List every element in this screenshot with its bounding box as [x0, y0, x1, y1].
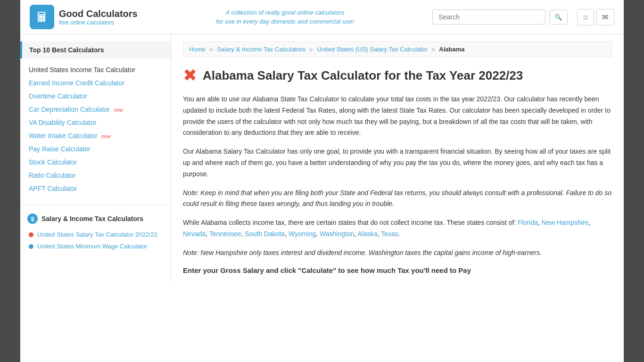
header: 🖩 Good Calculators free online calculato…: [20, 0, 624, 34]
sidebar-link-us-income-tax[interactable]: United States Income Tax Calculator: [29, 66, 135, 74]
breadcrumb-sep2: »: [309, 46, 313, 53]
sidebar-sub-link-us-min-wage[interactable]: United States Minimum Wage Calculator: [37, 243, 148, 250]
sidebar-sub-list: United States Salary Tax Calculator 2022…: [20, 228, 171, 253]
home-icon: ⌂: [583, 13, 588, 21]
sidebar-link-pay-raise[interactable]: Pay Raise Calculator: [29, 145, 91, 153]
main-content: Home » Salary & Income Tax Calculators »…: [171, 34, 624, 281]
breadcrumb-sep1: »: [209, 46, 213, 53]
note-2: Note: New Hampshire only taxes interest …: [183, 247, 612, 259]
logo-area: 🖩 Good Calculators free online calculato…: [30, 5, 138, 29]
paragraph-1: You are able to use our Alabama State Ta…: [183, 94, 612, 139]
x-icon: ✖: [183, 66, 197, 85]
tagline-line1: A collection of really good online calcu…: [147, 8, 423, 17]
sidebar-link-water-intake[interactable]: Water Intake Calculator: [29, 132, 98, 140]
sidebar-link-ratio[interactable]: Ratio Calculator: [29, 172, 76, 179]
tagline-line2: for use in every day domestic and commer…: [147, 17, 423, 26]
salary-icon: $: [27, 214, 38, 224]
tagline: A collection of really good online calcu…: [147, 8, 423, 26]
search-area: 🔍: [432, 9, 568, 25]
badge-new-water: new: [101, 133, 111, 139]
page-title: Alabama Salary Tax Calculator for the Ta…: [203, 68, 523, 83]
list-item: Pay Raise Calculator: [20, 142, 171, 156]
search-button[interactable]: 🔍: [549, 10, 568, 25]
sidebar-top-title: Top 10 Best Calculators: [20, 41, 171, 58]
sidebar-top-list: United States Income Tax Calculator Earn…: [20, 61, 171, 197]
list-item: Overtime Calculator: [20, 90, 171, 103]
link-wyoming[interactable]: Wyoming: [289, 230, 316, 238]
list-item: United States Income Tax Calculator: [20, 63, 171, 76]
sidebar: Top 10 Best Calculators United States In…: [20, 34, 171, 281]
paragraph-2: Our Alabama Salary Tax Calculator has on…: [183, 146, 612, 180]
badge-new: new: [114, 107, 123, 113]
sidebar-link-earned-income[interactable]: Earned Income Credit Calculator: [29, 79, 124, 87]
list-item: Car Depreciation Calculator new: [20, 103, 171, 116]
list-item: Ratio Calculator: [20, 169, 171, 182]
brand-name: Good Calculators: [59, 8, 138, 19]
dot-blue-icon: [29, 244, 33, 249]
link-washington[interactable]: Washington: [320, 230, 354, 238]
brand-sub: free online calculators: [59, 19, 138, 26]
link-alaska[interactable]: Alaska: [357, 230, 377, 238]
section-heading: Enter your Gross Salary and click "Calcu…: [183, 266, 612, 274]
sidebar-link-va-disability[interactable]: VA Disability Calculator: [29, 119, 97, 126]
breadcrumb: Home » Salary & Income Tax Calculators »…: [183, 41, 612, 57]
list-item: United States Salary Tax Calculator 2022…: [20, 229, 171, 240]
sidebar-link-apft[interactable]: APFT Calculator: [29, 185, 77, 192]
link-tennessee[interactable]: Tennessee: [209, 230, 241, 238]
home-button[interactable]: ⌂: [577, 9, 594, 25]
link-nevada[interactable]: Nevada: [183, 230, 206, 238]
sidebar-link-overtime[interactable]: Overtime Calculator: [29, 92, 87, 100]
list-item: Stock Calculator: [20, 156, 171, 169]
logo-icon: 🖩: [30, 5, 54, 29]
sidebar-sub-link-us-salary[interactable]: United States Salary Tax Calculator 2022…: [37, 231, 157, 238]
list-item: Earned Income Credit Calculator: [20, 76, 171, 90]
mail-button[interactable]: ✉: [596, 9, 614, 25]
sidebar-link-stock[interactable]: Stock Calculator: [29, 158, 77, 166]
paragraph-3: While Alabama collects income tax, there…: [183, 217, 612, 240]
dot-red-icon: [29, 232, 33, 237]
paragraph-3-prefix: While Alabama collects income tax, there…: [183, 219, 518, 226]
logo-text: Good Calculators free online calculators: [59, 8, 138, 26]
sidebar-section2-title: $ Salary & Income Tax Calculators: [20, 210, 171, 228]
link-texas[interactable]: Texas: [381, 230, 398, 238]
breadcrumb-sep3: »: [431, 46, 435, 53]
content-area: Top 10 Best Calculators United States In…: [20, 34, 624, 281]
link-florida[interactable]: Florida: [518, 219, 538, 226]
mail-icon: ✉: [602, 13, 608, 21]
list-item: Water Intake Calculator new: [20, 129, 171, 142]
breadcrumb-salary-tax[interactable]: Salary & Income Tax Calculators: [217, 46, 305, 53]
breadcrumb-current: Alabama: [439, 46, 464, 53]
link-new-hampshire[interactable]: New Hampshire: [542, 219, 589, 226]
list-item: VA Disability Calculator: [20, 116, 171, 129]
sidebar-link-car-depreciation[interactable]: Car Depreciation Calculator: [29, 106, 110, 113]
search-input[interactable]: [432, 9, 545, 25]
breadcrumb-home[interactable]: Home: [189, 46, 206, 53]
list-item: APFT Calculator: [20, 182, 171, 195]
note-1: Note: Keep in mind that when you are fil…: [183, 188, 612, 210]
link-south-dakota[interactable]: South Dakota: [245, 230, 285, 238]
header-icons: ⌂ ✉: [577, 9, 614, 25]
sidebar-section2: $ Salary & Income Tax Calculators United…: [20, 205, 171, 253]
list-item: United States Minimum Wage Calculator: [20, 240, 171, 252]
page-title-area: ✖ Alabama Salary Tax Calculator for the …: [183, 66, 612, 85]
breadcrumb-us-salary[interactable]: United States (US) Salary Tax Calculator: [317, 46, 428, 53]
